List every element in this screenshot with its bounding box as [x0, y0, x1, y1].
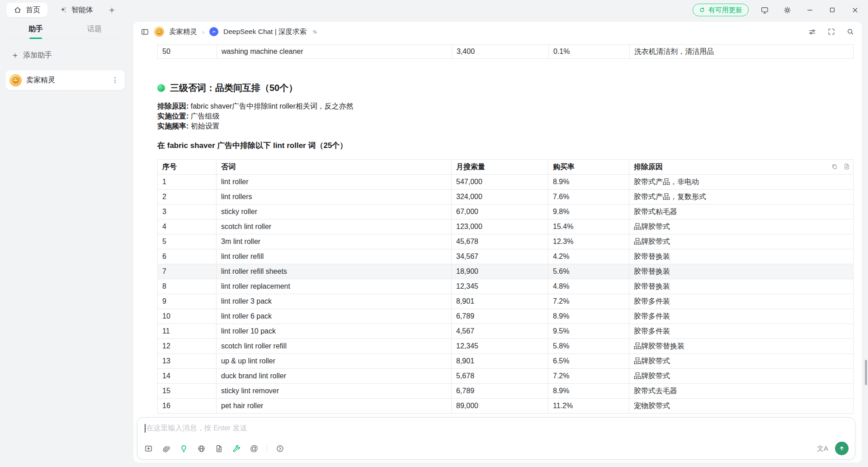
previous-table-last-row: 50 washing machine cleaner 3,400 0.1% 洗衣… — [157, 44, 854, 59]
tab-agents-label: 智能体 — [71, 5, 93, 15]
breadcrumb-assistant[interactable]: 卖家精灵 — [169, 27, 197, 37]
table-cell: 胶带式粘毛器 — [629, 205, 854, 219]
mcp-tools-button[interactable] — [231, 443, 241, 453]
table-cell: 3,400 — [452, 45, 548, 58]
send-button[interactable] — [835, 442, 849, 455]
sliders-icon — [808, 28, 816, 36]
table-cell: scotch lint roller refill — [217, 339, 452, 354]
message-input-box[interactable]: 在这里输入消息，按 Enter 发送 @ — [137, 417, 855, 460]
meta-line: 排除原因: fabric shaver广告中排除lint roller相关词，反… — [157, 101, 854, 111]
table-cell: 8,901 — [452, 294, 548, 309]
table-cell: lint rollers — [217, 190, 452, 205]
switch-model-icon — [311, 29, 318, 35]
message-input[interactable]: 在这里输入消息，按 Enter 发送 — [137, 418, 855, 433]
attach-file-button[interactable] — [161, 443, 171, 453]
sidebar-tab-assistants-label: 助手 — [28, 24, 43, 34]
table-row: 8lint roller replacement12,3454.8%胶带替换装 — [158, 279, 854, 294]
model-selector[interactable]: DeepSeek Chat | 深度求索 — [223, 27, 307, 37]
mention-model-button[interactable]: @ — [249, 443, 259, 453]
minimize-button[interactable] — [803, 3, 816, 17]
translate-button[interactable]: 文A — [817, 444, 828, 453]
table-cell: 胶带式产品，复数形式 — [629, 190, 854, 205]
table-cell: 12,345 — [452, 279, 548, 294]
table-cell: 品牌胶带式 — [629, 234, 854, 249]
section-meta: 排除原因: fabric shaver广告中排除lint roller相关词，反… — [157, 101, 854, 131]
add-assistant-label: 添加助手 — [23, 51, 52, 60]
new-tab-button[interactable] — [105, 3, 118, 17]
display-settings-button[interactable] — [758, 3, 771, 17]
negative-keywords-table: 序号 否词 月搜索量 购买率 排除原因 1lint roller547,0008… — [157, 159, 854, 414]
model-settings-button[interactable] — [808, 28, 816, 36]
titlebar-right: 有可用更新 — [693, 3, 862, 17]
table-cell: 6,789 — [452, 384, 548, 399]
table-cell: 8.9% — [548, 384, 629, 399]
expand-button[interactable] — [827, 28, 835, 36]
table-header-row: 序号 否词 月搜索量 购买率 排除原因 — [158, 160, 854, 175]
meta-line: 实施位置: 广告组级 — [157, 111, 854, 121]
sidebar-tab-assistants[interactable]: 助手 — [6, 20, 65, 38]
assistant-list-item[interactable]: ☺ 卖家精灵 — [5, 70, 125, 90]
close-button[interactable] — [848, 3, 862, 17]
table-cell: 9 — [158, 294, 217, 309]
update-label: 有可用更新 — [708, 6, 742, 14]
web-search-button[interactable] — [196, 443, 206, 453]
tab-agents[interactable]: 智能体 — [52, 3, 100, 17]
settings-button[interactable] — [780, 3, 794, 17]
negative-keywords-table-wrap: 序号 否词 月搜索量 购买率 排除原因 1lint roller547,0008… — [157, 159, 854, 414]
toolbar-divider — [267, 445, 267, 452]
thinking-button[interactable] — [179, 443, 189, 453]
search-button[interactable] — [846, 28, 854, 36]
table-cell: 胶带替换装 — [629, 279, 854, 294]
scrollbar-thumb[interactable] — [865, 360, 867, 385]
table-cell: 7.6% — [548, 190, 629, 205]
col-header: 月搜索量 — [452, 160, 548, 175]
table-cell: sticky lint remover — [217, 384, 452, 399]
table-cell: 品牌胶带替换装 — [629, 339, 854, 354]
table-cell: 8.9% — [548, 175, 629, 190]
wrench-icon — [232, 444, 241, 453]
table-cell: 1 — [158, 175, 217, 190]
table-row: 53m lint roller45,67812.3%品牌胶带式 — [158, 234, 854, 249]
meta-text: 初始设置 — [189, 122, 219, 130]
table-cell: 11 — [158, 324, 217, 339]
maximize-button[interactable] — [826, 3, 839, 17]
table-cell: lint roller replacement — [217, 279, 452, 294]
new-topic-button[interactable] — [143, 443, 153, 453]
knowledge-base-button[interactable] — [214, 443, 224, 453]
titlebar: 首页 智能体 有可用更新 — [0, 0, 868, 20]
update-available-button[interactable]: 有可用更新 — [693, 4, 749, 16]
quick-phrases-button[interactable] — [275, 443, 285, 453]
table-cell: 7.2% — [548, 369, 629, 384]
sparkle-icon — [59, 6, 67, 14]
switch-model-button[interactable] — [311, 29, 318, 35]
assistant-menu-button[interactable] — [109, 74, 121, 86]
table-cell: 14 — [158, 369, 217, 384]
add-assistant-button[interactable]: 添加助手 — [7, 48, 123, 63]
table-cell: 4.2% — [548, 249, 629, 264]
sidebar-tab-topics-label: 话题 — [87, 24, 102, 34]
at-icon: @ — [250, 444, 258, 453]
table-cell: 12,345 — [452, 339, 548, 354]
table-row: 14duck brand lint roller5,6787.2%品牌胶带式 — [158, 369, 854, 384]
sidebar-tabs: 助手 话题 — [6, 20, 124, 39]
table-cell: scotch lint roller — [217, 219, 452, 234]
col-header: 排除原因 — [629, 160, 854, 175]
collapse-sidebar-button[interactable] — [141, 28, 149, 36]
text-cursor — [145, 424, 146, 433]
table-cell: 品牌胶带式 — [629, 219, 854, 234]
table-row: 13up & up lint roller8,9016.5%品牌胶带式 — [158, 354, 854, 369]
tab-home[interactable]: 首页 — [6, 3, 47, 17]
table-cell: lint roller 6 pack — [217, 309, 452, 324]
export-table-button[interactable] — [843, 163, 850, 170]
maximize-icon — [829, 6, 836, 14]
table-row: 15sticky lint remover6,7898.9%胶带式去毛器 — [158, 384, 854, 399]
negative-table-body: 1lint roller547,0008.9%胶带式产品，非电动2lint ro… — [158, 175, 854, 414]
input-placeholder: 在这里输入消息，按 Enter 发送 — [146, 424, 247, 433]
table-row: 9lint roller 3 pack8,9017.2%胶带多件装 — [158, 294, 854, 309]
copy-table-button[interactable] — [831, 163, 838, 170]
table-cell: 324,000 — [452, 190, 548, 205]
table-cell: 胶带替换装 — [629, 264, 854, 279]
table-cell: 7 — [158, 264, 217, 279]
table-cell: 89,000 — [452, 399, 548, 414]
sidebar-tab-topics[interactable]: 话题 — [65, 20, 124, 38]
